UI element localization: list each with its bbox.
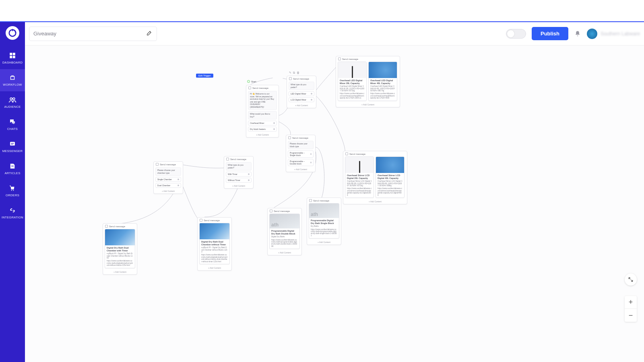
avatar[interactable] bbox=[587, 29, 597, 39]
sidebar-item-label: AUDIENCE bbox=[4, 105, 21, 109]
option-button[interactable]: With Timer bbox=[226, 172, 252, 177]
product-message-node[interactable]: Send message Overhead Stirrer LCD Digita… bbox=[343, 151, 407, 204]
message-node[interactable]: Send message Hi 👋 Welcome to our store. … bbox=[246, 85, 279, 138]
message-icon bbox=[226, 158, 229, 160]
message-icon bbox=[200, 219, 202, 222]
add-content-button[interactable]: + Add Content bbox=[103, 270, 137, 274]
product-card[interactable]: Overhead Stirrer LCD Digital 40L Capacit… bbox=[376, 156, 405, 198]
svg-rect-13 bbox=[11, 167, 14, 167]
product-message-node[interactable]: Send message Programmable Digital Dry Ba… bbox=[267, 208, 302, 255]
workflow-canvas[interactable]: Edit Trigger Start ✎⧉🗑 Send message Hi 👋… bbox=[25, 45, 644, 362]
message-node[interactable]: Send message What type do you prefer? Wi… bbox=[224, 156, 254, 189]
message-icon bbox=[288, 136, 291, 139]
sidebar-item-integration[interactable]: INTEGRATION bbox=[0, 202, 25, 224]
option-button[interactable]: Without Timer bbox=[226, 178, 252, 183]
node-toolbar[interactable]: ✎⧉🗑 bbox=[289, 71, 299, 74]
account-name: Southern Labware bbox=[601, 31, 640, 37]
svg-rect-3 bbox=[13, 53, 15, 55]
sidebar-item-audience[interactable]: AUDIENCE bbox=[0, 91, 25, 113]
workflow-title-input[interactable]: Giveaway bbox=[29, 27, 157, 41]
option-button[interactable]: Overhead Mixer bbox=[248, 121, 277, 125]
sidebar-item-articles[interactable]: ARTICLES bbox=[0, 158, 25, 180]
message-icon bbox=[105, 225, 108, 228]
option-button[interactable]: Dual Chamber bbox=[155, 183, 181, 188]
sidebar-item-chats[interactable]: CHATS bbox=[0, 113, 25, 136]
add-content-button[interactable]: + Add Content bbox=[343, 200, 407, 204]
add-content-button[interactable]: + Add Content bbox=[307, 240, 341, 245]
svg-point-15 bbox=[13, 190, 14, 191]
product-message-node[interactable]: Send message Overhead LED Digital Mixer … bbox=[336, 56, 400, 107]
option-button[interactable]: LED Digital Mixer bbox=[289, 91, 314, 96]
product-card[interactable]: Programmable Digital Dry Bath Single Blo… bbox=[309, 203, 339, 239]
sidebar-item-label: ARTICLES bbox=[5, 171, 21, 175]
brand-logo[interactable] bbox=[6, 26, 19, 40]
product-image bbox=[369, 62, 397, 78]
add-content-button[interactable]: + Add Content bbox=[246, 133, 279, 137]
sidebar-item-workflow[interactable]: WORKFLOW bbox=[0, 69, 25, 91]
edit-node-icon[interactable]: ✎ bbox=[289, 71, 291, 74]
message-icon bbox=[338, 58, 341, 60]
message-node[interactable]: Send message Please choose your block ty… bbox=[286, 135, 316, 172]
option-button[interactable]: Single Chamber bbox=[155, 177, 181, 182]
product-image bbox=[105, 229, 135, 245]
product-card[interactable]: Overhead LED Digital Mixer 20L CapacityO… bbox=[338, 62, 367, 101]
product-card[interactable]: Overhead Stirrer LCD Digital 20L Capacit… bbox=[345, 156, 374, 198]
product-image bbox=[345, 157, 374, 173]
zoom-in-button[interactable]: + bbox=[625, 296, 637, 309]
dashboard-icon bbox=[8, 51, 17, 60]
sidebar-item-label: DASHBOARD bbox=[2, 61, 23, 64]
product-card[interactable]: Programmable Digital Dry Bath Double Blo… bbox=[269, 214, 300, 249]
svg-rect-6 bbox=[11, 76, 14, 80]
product-card[interactable]: Digital Dry Bath Dual Chamber with Timer… bbox=[105, 229, 135, 268]
add-content-button[interactable]: + Add Content bbox=[198, 266, 231, 270]
add-content-button[interactable]: + Add Content bbox=[268, 251, 301, 255]
product-message-node[interactable]: Send message Programmable Digital Dry Ba… bbox=[307, 197, 341, 245]
workflow-title: Giveaway bbox=[33, 31, 56, 37]
edit-trigger-button[interactable]: Edit Trigger bbox=[196, 74, 213, 78]
option-button[interactable]: Programmable – Double block bbox=[288, 159, 314, 166]
orders-icon bbox=[8, 184, 17, 193]
svg-rect-10 bbox=[11, 143, 14, 144]
main-layout: DASHBOARD WORKFLOW AUDIENCE CHATS MESSEN… bbox=[0, 22, 644, 362]
sidebar-item-dashboard[interactable]: DASHBOARD bbox=[0, 47, 25, 69]
product-message-node[interactable]: Send message Digital Dry Bath Dual Chamb… bbox=[197, 217, 232, 271]
content-area: Giveaway Publish Southern Labware bbox=[25, 22, 644, 362]
publish-button[interactable]: Publish bbox=[532, 27, 568, 40]
add-content-button[interactable]: + Add Content bbox=[287, 103, 316, 108]
message-icon bbox=[248, 86, 251, 89]
notifications-icon[interactable] bbox=[574, 30, 581, 37]
option-button[interactable]: Programmable – Single block bbox=[288, 150, 314, 158]
sidebar-item-messenger[interactable]: MESSENGER bbox=[0, 136, 25, 158]
option-button[interactable]: LCD Digital Mixer bbox=[289, 97, 314, 102]
zoom-controls: + − bbox=[625, 274, 637, 322]
content-header: Giveaway Publish Southern Labware bbox=[25, 22, 644, 45]
add-content-button[interactable]: + Add Content bbox=[154, 189, 183, 193]
svg-point-7 bbox=[10, 98, 12, 100]
zoom-out-button[interactable]: − bbox=[625, 309, 637, 322]
add-content-button[interactable]: + Add Content bbox=[224, 184, 253, 188]
message-icon bbox=[289, 77, 292, 80]
zoom-buttons: + − bbox=[625, 296, 637, 322]
sidebar-item-label: MESSENGER bbox=[2, 149, 23, 153]
edit-icon[interactable] bbox=[146, 30, 153, 37]
add-content-button[interactable]: + Add Content bbox=[336, 103, 400, 107]
product-message-node[interactable]: Send message Digital Dry Bath Dual Chamb… bbox=[103, 223, 137, 275]
svg-rect-2 bbox=[10, 53, 12, 55]
svg-point-14 bbox=[11, 190, 12, 191]
message-node[interactable]: Send message Please choose your chamber … bbox=[153, 161, 183, 194]
activate-toggle[interactable] bbox=[506, 29, 526, 39]
product-image bbox=[200, 223, 229, 239]
add-content-button[interactable]: + Add Content bbox=[286, 167, 315, 172]
svg-rect-4 bbox=[10, 56, 12, 58]
fullscreen-button[interactable] bbox=[625, 274, 637, 286]
copy-node-icon[interactable]: ⧉ bbox=[293, 71, 295, 74]
message-icon bbox=[309, 199, 312, 202]
product-card[interactable]: Overhead LED Digital Mixer 40L CapacityO… bbox=[368, 62, 397, 101]
message-node[interactable]: Send message What type do you prefer? LE… bbox=[287, 76, 316, 108]
option-button[interactable]: Dry block heaters bbox=[248, 127, 277, 132]
product-card[interactable]: Digital Dry Bath Dual Chamber without Ti… bbox=[199, 223, 230, 264]
delete-node-icon[interactable]: 🗑 bbox=[297, 71, 299, 74]
product-image bbox=[270, 214, 299, 228]
sidebar-item-orders[interactable]: ORDERS bbox=[0, 180, 25, 202]
start-node[interactable]: Start bbox=[247, 80, 256, 83]
